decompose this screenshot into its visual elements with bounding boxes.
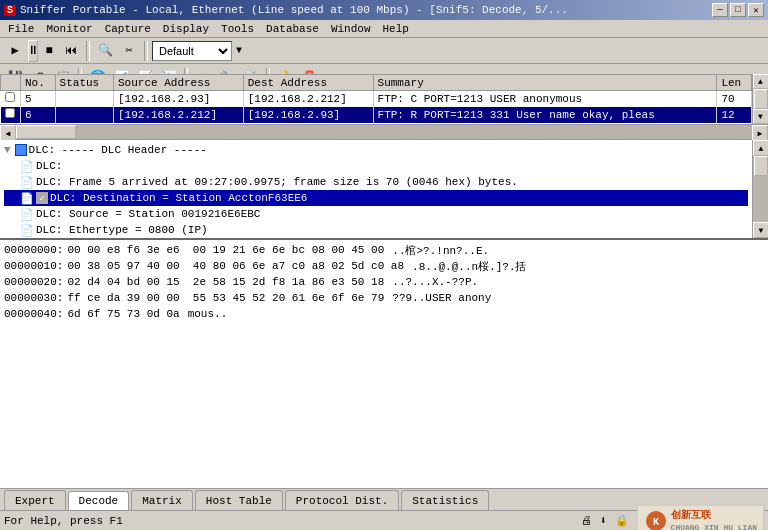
row-check-0[interactable]: [1, 91, 21, 107]
search-button[interactable]: 🔍: [94, 40, 116, 62]
packet-scrollbar[interactable]: ▲ ▼: [752, 74, 768, 124]
menu-tools[interactable]: Tools: [215, 20, 260, 37]
packet-row-1[interactable]: 6 [192.168.2.212] [192.168.2.93] FTP: R …: [1, 107, 752, 123]
row-src-1: [192.168.2.212]: [114, 107, 244, 123]
decode-line-1: 📄 DLC:: [4, 158, 748, 174]
hex-bytes-0: 00 00 e8 f6 3e e6 00 19 21 6e 6e bc 08 0…: [67, 244, 384, 256]
hscroll-thumb[interactable]: [16, 125, 76, 139]
decode-scroll-up[interactable]: ▲: [753, 140, 768, 156]
row-src-0: [192.168.2.93]: [114, 91, 244, 107]
play-button[interactable]: ▶: [4, 40, 26, 62]
row-check-1[interactable]: [1, 107, 21, 123]
menu-capture[interactable]: Capture: [99, 20, 157, 37]
dropdown-arrow[interactable]: ▼: [234, 45, 244, 56]
menu-window[interactable]: Window: [325, 20, 377, 37]
file-icon-2: 📄: [20, 176, 34, 189]
status-bar: For Help, press F1 🖨 ⬇ 🔒 K 创新互联CHUANG XI…: [0, 510, 768, 530]
hex-bytes-4: 6d 6f 75 73 0d 0a: [67, 308, 179, 320]
decode-scroll-track[interactable]: [753, 156, 768, 222]
lock-icon: 🔒: [615, 514, 629, 527]
hscroll-track[interactable]: [16, 125, 752, 139]
packet-row-0[interactable]: 5 [192.168.2.93] [192.168.2.212] FTP: C …: [1, 91, 752, 107]
h-scrollbar[interactable]: ◀ ▶: [0, 124, 768, 140]
col-status: Status: [55, 75, 113, 91]
row-len-0: 70: [717, 91, 752, 107]
tab-protocol-dist[interactable]: Protocol Dist.: [285, 490, 399, 510]
file-icon-3: 📄: [20, 192, 34, 205]
row-dst-0: [192.168.2.212]: [243, 91, 373, 107]
pause-button[interactable]: ⏸: [28, 40, 38, 62]
stop-button[interactable]: ■: [40, 40, 58, 62]
row-checkbox-0[interactable]: [5, 92, 15, 102]
row-no-0: 5: [21, 91, 56, 107]
minimize-button[interactable]: ─: [712, 3, 728, 17]
dlc-icon: [15, 144, 27, 156]
rewind-button[interactable]: ⏮: [60, 40, 82, 62]
decode-scroll-down[interactable]: ▼: [753, 222, 768, 238]
tab-host-table[interactable]: Host Table: [195, 490, 283, 510]
expand-icon[interactable]: ▼: [4, 144, 11, 156]
menu-file[interactable]: File: [2, 20, 40, 37]
col-check: [1, 75, 21, 91]
maximize-button[interactable]: □: [730, 3, 746, 17]
hscroll-left[interactable]: ◀: [0, 125, 16, 141]
col-dst: Dest Address: [243, 75, 373, 91]
col-summary: Summary: [373, 75, 717, 91]
row-summary-0: FTP: C PORT=1213 USER anonymous: [373, 91, 717, 107]
decode-text-0: DLC: ----- DLC Header -----: [29, 144, 207, 156]
packet-table: No. Status Source Address Dest Address S…: [0, 74, 752, 123]
separator2: [144, 41, 148, 61]
profile-select[interactable]: Default: [152, 41, 232, 61]
hex-ascii-2: ..?...X.-??P.: [392, 276, 478, 288]
title-text: Sniffer Portable - Local, Ethernet (Line…: [20, 4, 568, 16]
watermark: K 创新互联CHUANG XIN HU LIAN: [637, 505, 764, 530]
check-icon-3[interactable]: ✓: [36, 192, 48, 204]
file-icon-5: 📄: [20, 224, 34, 237]
hex-bytes-2: 02 d4 04 bd 00 15 2e 58 15 2d f8 1a 86 e…: [67, 276, 384, 288]
decode-text-2: DLC: Frame 5 arrived at 09:27:00.9975; f…: [36, 176, 518, 188]
hex-bytes-1: 00 38 05 97 40 00 40 80 06 6e a7 c0 a8 0…: [67, 260, 404, 272]
row-no-1: 6: [21, 107, 56, 123]
col-len: Len: [717, 75, 752, 91]
decode-scrollbar[interactable]: ▲ ▼: [752, 140, 768, 238]
scroll-down[interactable]: ▼: [753, 109, 769, 124]
cut-button[interactable]: ✂: [118, 40, 140, 62]
status-text: For Help, press F1: [4, 515, 581, 527]
decode-line-2: 📄 DLC: Frame 5 arrived at 09:27:00.9975;…: [4, 174, 748, 190]
menu-database[interactable]: Database: [260, 20, 325, 37]
hex-dump: 00000000: 00 00 e8 f6 3e e6 00 19 21 6e …: [0, 240, 768, 488]
row-dst-1: [192.168.2.93]: [243, 107, 373, 123]
hex-section-container: 00000000: 00 00 e8 f6 3e e6 00 19 21 6e …: [0, 240, 768, 488]
menu-monitor[interactable]: Monitor: [40, 20, 98, 37]
menu-display[interactable]: Display: [157, 20, 215, 37]
col-src: Source Address: [114, 75, 244, 91]
scroll-track[interactable]: [754, 89, 768, 109]
hex-ascii-3: ??9..USER anony: [392, 292, 491, 304]
row-checkbox-1[interactable]: [5, 108, 15, 118]
tab-expert[interactable]: Expert: [4, 490, 66, 510]
decode-text-4: DLC: Source = Station 0019216E6EBC: [36, 208, 260, 220]
tab-matrix[interactable]: Matrix: [131, 490, 193, 510]
svg-text:K: K: [653, 517, 659, 528]
scroll-up[interactable]: ▲: [753, 74, 769, 89]
decode-scroll-thumb[interactable]: [754, 156, 768, 176]
app-icon: S: [4, 5, 16, 16]
hscroll-right[interactable]: ▶: [752, 125, 768, 141]
logo-icon: K: [644, 509, 668, 531]
status-right: 🖨 ⬇ 🔒: [581, 514, 629, 527]
tab-decode[interactable]: Decode: [68, 491, 130, 511]
col-no: No.: [21, 75, 56, 91]
hex-line-1: 00000010: 00 38 05 97 40 00 40 80 06 6e …: [4, 258, 764, 274]
decode-content: ▼ DLC: ----- DLC Header ----- 📄 DLC: 📄 D…: [0, 140, 752, 238]
menu-help[interactable]: Help: [377, 20, 415, 37]
hex-offset-4: 00000040:: [4, 308, 63, 320]
tab-statistics[interactable]: Statistics: [401, 490, 489, 510]
decode-line-3[interactable]: 📄 ✓ DLC: Destination = Station AcctonF63…: [4, 190, 748, 206]
packet-section: No. Status Source Address Dest Address S…: [0, 74, 768, 124]
scroll-thumb[interactable]: [754, 89, 768, 109]
close-button[interactable]: ✕: [748, 3, 764, 17]
print-status-icon: 🖨: [581, 514, 592, 527]
hex-offset-2: 00000020:: [4, 276, 63, 288]
toolbar1: ▶ ⏸ ■ ⏮ 🔍 ✂ Default ▼: [0, 38, 768, 64]
hex-offset-1: 00000010:: [4, 260, 63, 272]
